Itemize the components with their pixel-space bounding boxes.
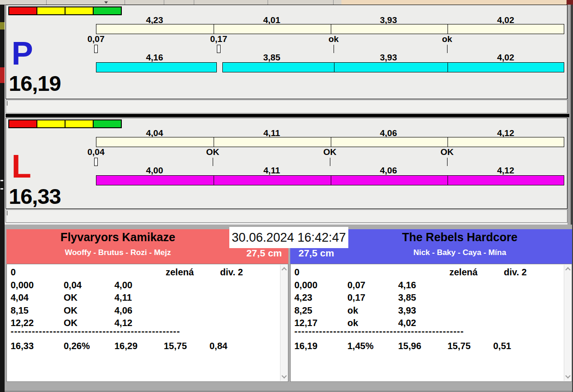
division-cell: div. 2 xyxy=(220,266,243,278)
traffic-light-red xyxy=(8,6,37,15)
traffic-light xyxy=(8,6,122,15)
toolbar-divider xyxy=(333,0,334,5)
traffic-light-yellow-1 xyxy=(36,119,66,128)
lane-letter: P xyxy=(12,37,33,70)
team-dogs: Nick - Baky - Caya - Mína xyxy=(348,248,571,257)
traffic-light-yellow-2 xyxy=(65,119,94,128)
traffic-light-red xyxy=(8,119,37,128)
result-cell: 0,17 xyxy=(347,291,365,303)
run-time-label: 3,93 xyxy=(365,53,412,62)
scroll-down-icon[interactable] xyxy=(282,374,286,379)
team-panel-right: The Rebels Hardcore Nick - Baky - Caya -… xyxy=(290,229,572,382)
toolbar-divider xyxy=(125,0,125,5)
scroll-up-icon[interactable] xyxy=(282,267,286,271)
scrollbar[interactable] xyxy=(280,265,287,381)
split-bar-divider xyxy=(448,24,448,34)
status-cell: zelená xyxy=(449,266,478,278)
run-time-label: 4,16 xyxy=(131,53,178,62)
team-name: The Rebels Hardcore xyxy=(348,231,571,244)
traffic-light-yellow-1 xyxy=(36,6,66,15)
status-cell: zelená xyxy=(166,266,194,278)
results-textbox[interactable]: 0 zelená div. 2 0,000 0,07 4,16 4,23 0,1… xyxy=(290,264,572,382)
run-time-label: 4,11 xyxy=(249,166,295,175)
traffic-light-green xyxy=(93,119,122,128)
jump-height: 27,5 cm xyxy=(246,248,282,259)
start-marker-tick-icon xyxy=(447,158,448,166)
traffic-light-green xyxy=(93,6,122,15)
spacer-row xyxy=(6,209,567,223)
team-panel-left: Flyvaryors Kamikaze Wooffy - Brutus - Ro… xyxy=(6,229,288,382)
split-bar-divider xyxy=(214,137,214,147)
result-cell: 0,07 xyxy=(347,279,365,291)
result-row: 4,23 0,17 3,85 xyxy=(291,291,572,303)
split-time-label: 4,11 xyxy=(249,129,295,137)
split-time-label: 4,04 xyxy=(131,129,178,137)
split-bar-divider xyxy=(331,137,331,147)
start-marker-label: ok xyxy=(424,35,470,43)
run-bar-divider xyxy=(448,63,448,72)
result-cell: 0 xyxy=(294,266,299,278)
jump-height: 27,5 cm xyxy=(298,248,334,259)
division-cell: div. 2 xyxy=(504,266,527,278)
background-fragment xyxy=(0,22,5,30)
toolbar-divider xyxy=(194,0,194,5)
result-row: 0 zelená div. 2 xyxy=(291,266,572,278)
result-cell: 8,25 xyxy=(294,304,312,316)
result-cell: OK xyxy=(64,304,78,316)
split-bar xyxy=(96,24,564,34)
total-cell: 15,75 xyxy=(448,340,471,352)
split-time-label: 4,02 xyxy=(483,16,529,24)
split-bar-divider xyxy=(214,24,214,34)
background-window-left-strip xyxy=(0,5,5,392)
results-textbox[interactable]: 0 zelená div. 2 0,000 0,04 4,00 4,04 OK … xyxy=(6,264,288,382)
separator-row: ----------------------------------------… xyxy=(7,325,288,337)
run-bar-divider xyxy=(214,176,214,185)
split-time-label: 3,93 xyxy=(365,16,412,24)
run-bar-divider xyxy=(331,176,331,185)
run-bar-divider xyxy=(448,176,448,185)
chevron-down-icon xyxy=(104,1,108,4)
total-cell: 16,29 xyxy=(114,340,137,352)
scrollbar[interactable] xyxy=(564,265,571,381)
background-window-corner xyxy=(567,0,573,5)
run-time-label: 4,02 xyxy=(483,53,529,62)
toolbar-divider xyxy=(46,0,47,5)
result-cell: 3,85 xyxy=(398,291,416,303)
run-bar-segment xyxy=(222,62,564,72)
spacer-row xyxy=(6,100,567,113)
start-marker-label: 0,07 xyxy=(73,35,119,43)
split-time-label: 4,12 xyxy=(483,129,529,137)
total-cell: 15,96 xyxy=(398,340,421,352)
toolbar-divider xyxy=(268,0,268,5)
split-time-label: 4,01 xyxy=(249,16,295,24)
total-time: 16,33 xyxy=(11,340,34,352)
datetime-display: 30.06.2024 16:42:47 xyxy=(229,227,348,248)
total-percent: 0,26% xyxy=(64,340,90,352)
start-marker-label: 0,17 xyxy=(196,35,242,43)
traffic-light xyxy=(8,119,122,128)
total-time: 16,19 xyxy=(294,340,317,352)
scroll-down-icon[interactable] xyxy=(566,374,570,379)
separator-dashes: ----------------------------------------… xyxy=(11,325,180,337)
start-marker-label: ok xyxy=(310,35,357,43)
run-bar-segment xyxy=(96,62,217,72)
lane-total-time: 16,19 xyxy=(9,72,61,94)
total-cell: 0,84 xyxy=(209,340,227,352)
scroll-up-icon[interactable] xyxy=(566,267,570,271)
result-cell: 4,06 xyxy=(114,304,132,316)
total-percent: 1,45% xyxy=(347,340,374,352)
result-cell: 0,000 xyxy=(11,279,34,291)
results-block: Flyvaryors Kamikaze Wooffy - Brutus - Ro… xyxy=(5,225,572,392)
start-marker-label: 0,04 xyxy=(73,148,119,156)
start-marker-label: OK xyxy=(424,148,470,156)
run-time-label: 4,12 xyxy=(483,166,529,175)
run-time-label: 3,85 xyxy=(249,53,295,62)
split-bar xyxy=(96,137,564,147)
result-row: 0 zelená div. 2 xyxy=(7,266,288,278)
result-row: 0,000 0,04 4,00 xyxy=(7,279,288,291)
totals-row: 16,19 1,45% 15,96 15,75 0,51 xyxy=(291,340,572,352)
split-bar-divider xyxy=(448,137,448,147)
background-fragment xyxy=(0,180,3,181)
start-marker-box-icon xyxy=(217,45,221,53)
separator-row: ----------------------------------------… xyxy=(291,325,572,337)
